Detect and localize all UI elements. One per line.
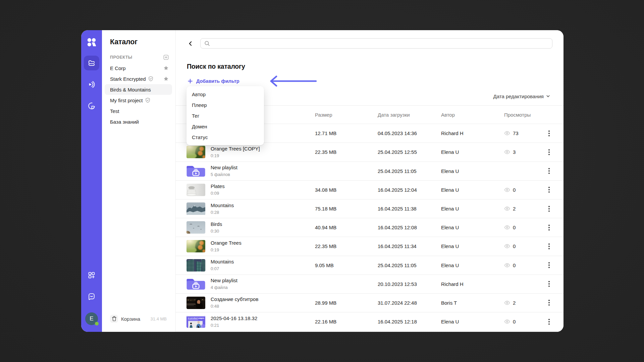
kebab-icon <box>548 262 550 268</box>
eye-icon <box>504 188 510 192</box>
shield-check-icon <box>148 76 153 81</box>
eye-icon <box>504 150 510 154</box>
project-label: Stark Encrypted <box>110 76 146 82</box>
table-row[interactable]: Birds0:3040.94 MB16.04.2025 12:08Elena U… <box>176 218 564 237</box>
kebab-icon <box>548 206 550 212</box>
sidebar-project-item[interactable]: База знаний <box>105 116 172 127</box>
row-subtitle: 0:48 <box>211 303 315 309</box>
row-date: 25.04.2025 11:05 <box>378 262 441 268</box>
sidebar-title: Каталог <box>110 38 138 46</box>
kebab-icon <box>548 319 550 325</box>
row-date: 16.04.2025 12:04 <box>378 187 441 193</box>
row-subtitle: 0:19 <box>211 153 315 159</box>
row-menu-button[interactable] <box>544 260 554 270</box>
row-size: 9.05 MB <box>315 262 378 268</box>
avatar-initial: E <box>90 315 93 322</box>
row-author: Elena U <box>441 262 504 268</box>
row-views-count: 2 <box>513 206 516 212</box>
filter-option-3[interactable]: Тег <box>186 110 264 121</box>
search-input[interactable] <box>213 39 552 48</box>
row-menu-button[interactable] <box>544 204 554 214</box>
row-thumbnail-birds <box>186 221 205 234</box>
add-filter-label: Добавить фильтр <box>196 78 239 84</box>
row-author: Elena U <box>441 243 504 249</box>
sidebar-project-item[interactable]: Test <box>105 106 172 116</box>
rail-nav-apps[interactable] <box>84 268 99 283</box>
row-menu-button[interactable] <box>544 223 554 232</box>
row-thumbnail-folder <box>186 165 205 177</box>
row-menu-button[interactable] <box>544 279 554 289</box>
row-name: Orange Trees [COPY] <box>211 145 315 152</box>
row-size: 12.71 MB <box>315 130 378 136</box>
row-thumbnail-webpage: to product pages <box>186 315 205 328</box>
row-thumbnail-mountains <box>186 202 205 215</box>
row-subtitle: 5 файлов <box>211 172 315 178</box>
add-filter-button[interactable]: Добавить фильтр <box>187 77 239 85</box>
sidebar-project-item[interactable]: Stark Encrypted <box>105 73 172 84</box>
rail-nav-catalog[interactable] <box>84 56 99 70</box>
kinescope-logo-icon[interactable] <box>87 38 96 47</box>
column-header-size: Размер <box>315 112 378 118</box>
table-row[interactable]: to product pages2025-04-16 13.18.320:212… <box>176 312 564 331</box>
page-title: Поиск по каталогу <box>187 63 245 70</box>
row-menu-button[interactable] <box>544 317 554 326</box>
row-views-count: 0 <box>513 187 516 193</box>
filter-option-5[interactable]: Статус <box>186 132 264 142</box>
filter-option-1[interactable]: Автор <box>186 89 264 100</box>
rail-nav-broadcast[interactable] <box>84 77 99 92</box>
avatar[interactable]: E <box>85 312 98 325</box>
sort-label: Дата редактирования <box>493 94 544 99</box>
row-size: 40.94 MB <box>315 225 378 230</box>
row-author: Boris T <box>441 300 504 306</box>
kebab-icon <box>548 243 550 249</box>
circle-play-icon <box>88 102 96 110</box>
row-date: 16.04.2025 11:38 <box>378 206 441 212</box>
project-label: Birds & Mountains <box>110 87 151 93</box>
row-date: 25.04.2025 11:05 <box>378 168 441 174</box>
row-thumbnail-orchard <box>186 240 205 252</box>
row-size: 75.18 MB <box>315 206 378 212</box>
column-header-views: Просмотры <box>504 112 535 118</box>
back-button[interactable] <box>186 39 195 48</box>
row-menu-button[interactable] <box>544 147 554 157</box>
row-author: Richard H <box>441 130 504 136</box>
table-row[interactable]: Mountains0:079.05 MB25.04.2025 11:05Elen… <box>176 256 564 275</box>
row-author: Elena U <box>441 149 504 155</box>
table-row[interactable]: Orange Trees [COPY]0:1922.35 MB25.04.202… <box>176 143 564 162</box>
row-views-count: 0 <box>513 319 516 324</box>
row-menu-button[interactable] <box>544 129 554 138</box>
row-size: 28.99 MB <box>315 300 378 306</box>
sort-select[interactable]: Дата редактирования <box>493 92 550 100</box>
filter-option-2[interactable]: Плеер <box>186 100 264 110</box>
kebab-icon <box>548 300 550 306</box>
table-row[interactable]: Создание субтитров0:4828.99 MB31.07.2024… <box>176 294 564 312</box>
row-menu-button[interactable] <box>544 298 554 307</box>
star-icon <box>163 76 169 81</box>
table-row[interactable]: Mountains0:2875.18 MB16.04.2025 11:38Ele… <box>176 199 564 218</box>
table-row[interactable]: Orange Trees0:1922.35 MB16.04.2025 11:34… <box>176 237 564 256</box>
kebab-icon <box>548 168 550 174</box>
trash-button[interactable]: Корзина 31.4 MB <box>110 313 167 324</box>
row-name: Mountains <box>211 258 315 265</box>
filter-option-4[interactable]: Домен <box>186 121 264 132</box>
row-date: 31.07.2024 22:48 <box>378 300 441 306</box>
online-status-dot <box>95 322 99 325</box>
rail-nav-support[interactable] <box>84 289 99 304</box>
kebab-icon <box>548 187 550 193</box>
table-row[interactable]: New playlist5 файлов25.04.2025 11:05Elen… <box>176 162 564 181</box>
eye-icon <box>504 263 510 267</box>
table-row[interactable]: Plates0:0934.08 MB16.04.2025 12:04Elena … <box>176 181 564 199</box>
sidebar-project-item[interactable]: Birds & Mountains <box>105 84 172 95</box>
row-menu-button[interactable] <box>544 185 554 194</box>
search-icon <box>204 41 210 46</box>
table-row[interactable]: New playlist4 файла20.10.2023 12:53Richa… <box>176 275 564 294</box>
star-icon <box>163 65 169 71</box>
row-subtitle: 0:07 <box>211 266 315 272</box>
row-date: 04.05.2023 14:36 <box>378 130 441 136</box>
sidebar-project-item[interactable]: E Corp <box>105 63 172 73</box>
row-menu-button[interactable] <box>544 242 554 251</box>
add-project-button[interactable] <box>163 55 169 60</box>
sidebar-project-item[interactable]: My first project <box>105 95 172 106</box>
row-menu-button[interactable] <box>544 166 554 176</box>
rail-nav-analytics[interactable] <box>84 99 99 113</box>
